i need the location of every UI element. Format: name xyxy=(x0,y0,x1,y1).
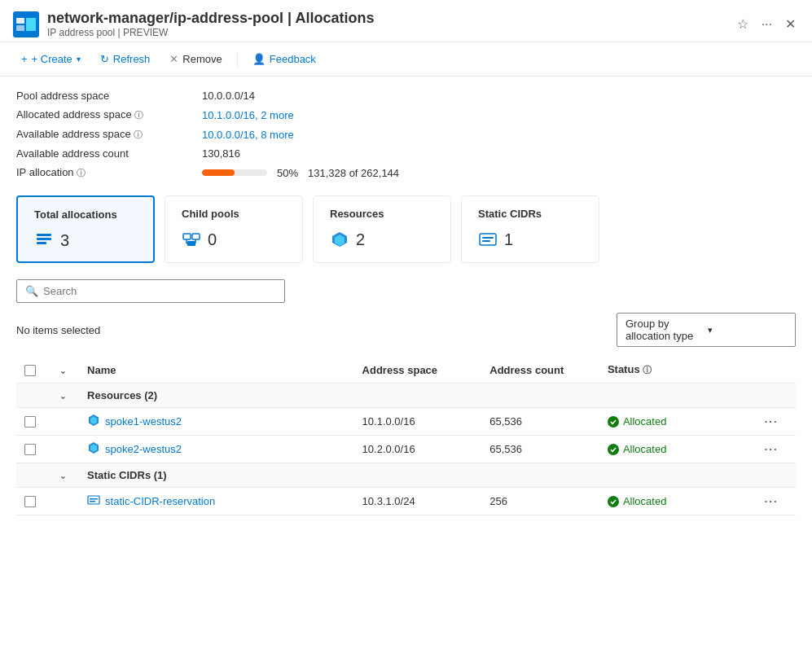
card-title-total: Total allocations xyxy=(34,208,137,221)
status-text: Allocated xyxy=(623,443,666,455)
th-address-space: Address space xyxy=(354,357,482,384)
app-icon xyxy=(13,11,39,37)
th-address-count: Address count xyxy=(481,357,599,384)
available-space-info-icon[interactable]: ⓘ xyxy=(134,129,143,139)
svg-point-23 xyxy=(608,445,618,454)
row-checkbox[interactable] xyxy=(24,496,36,507)
search-row: 🔍 xyxy=(16,279,796,303)
pool-address-space-label: Pool address space xyxy=(16,90,195,102)
filter-row: No items selected Group by allocation ty… xyxy=(16,313,796,347)
row-name-0-1: spoke2-westus2 xyxy=(79,436,353,463)
create-button[interactable]: + + Create ▾ xyxy=(13,49,89,69)
row-name-0-0: spoke1-westus2 xyxy=(79,408,353,436)
available-address-count-value: 130,816 xyxy=(202,147,240,160)
ip-allocation-progress: 50% 131,328 of 262,144 xyxy=(202,167,399,179)
group-expand[interactable]: ⌄ xyxy=(51,463,79,488)
toolbar: + + Create ▾ ↻ Refresh ✕ Remove 👤 Feedba… xyxy=(0,42,812,77)
ip-allocation-info-icon[interactable]: ⓘ xyxy=(77,168,86,178)
resource-link[interactable]: static-CIDR-reservation xyxy=(87,493,345,509)
header-checkbox[interactable] xyxy=(24,365,36,376)
row-checkbox[interactable] xyxy=(24,444,36,455)
page-subtitle: IP address pool | PREVIEW xyxy=(47,27,374,38)
th-check xyxy=(16,357,51,384)
sort-status: Status xyxy=(608,363,640,375)
card-icon-resources xyxy=(330,230,349,249)
feedback-button[interactable]: 👤 Feedback xyxy=(244,49,324,69)
group-chevron-icon: ⌄ xyxy=(59,471,66,480)
more-options-icon[interactable]: ··· xyxy=(758,14,775,35)
card-icon-total xyxy=(34,230,54,250)
row-address-count-0-1: 65,536 xyxy=(481,436,599,463)
resource-name[interactable]: spoke1-westus2 xyxy=(105,415,182,428)
available-address-space-row: Available address space ⓘ 10.0.0.0/16, 8… xyxy=(16,128,796,141)
sort-name[interactable]: Name xyxy=(87,364,345,376)
card-title-child: Child pools xyxy=(182,208,286,220)
row-expand-0-0 xyxy=(51,408,79,436)
row-checkbox[interactable] xyxy=(24,416,36,428)
resource-link[interactable]: spoke2-westus2 xyxy=(87,441,345,457)
status-badge: Allocated xyxy=(608,415,748,428)
card-content-resources: 2 xyxy=(330,230,434,249)
row-more-actions[interactable]: ··· xyxy=(765,415,779,428)
svg-rect-4 xyxy=(37,234,51,236)
svg-rect-2 xyxy=(16,25,24,31)
card-count-child: 0 xyxy=(208,230,217,249)
resource-icon xyxy=(87,414,100,429)
card-icon-child xyxy=(182,230,201,249)
status-badge: Allocated xyxy=(608,495,748,507)
resource-link[interactable]: spoke1-westus2 xyxy=(87,414,345,429)
group-expand[interactable]: ⌄ xyxy=(51,384,79,408)
available-address-count-row: Available address count 130,816 xyxy=(16,147,796,160)
search-icon: 🔍 xyxy=(25,285,38,297)
search-input[interactable] xyxy=(43,285,276,297)
status-badge: Allocated xyxy=(608,443,748,455)
row-more-actions[interactable]: ··· xyxy=(765,443,779,455)
search-box: 🔍 xyxy=(16,279,285,303)
resource-name[interactable]: static-CIDR-reservation xyxy=(105,495,215,507)
sort-address-count: Address count xyxy=(489,364,564,376)
table-row: spoke1-westus2 10.1.0.0/16 65,536 Alloca… xyxy=(16,408,796,436)
summary-cards: Total allocations 3 Child pools 0 Resour… xyxy=(16,195,796,263)
group-name-0: Resources (2) xyxy=(79,384,796,408)
card-total[interactable]: Total allocations 3 xyxy=(16,195,155,263)
row-address-space-1-0: 10.3.1.0/24 xyxy=(354,488,482,515)
allocated-info-icon[interactable]: ⓘ xyxy=(134,110,143,120)
card-child[interactable]: Child pools 0 xyxy=(165,195,303,263)
svg-rect-16 xyxy=(482,237,494,239)
row-address-space-0-0: 10.1.0.0/16 xyxy=(354,408,482,436)
row-more-actions[interactable]: ··· xyxy=(765,495,779,507)
available-address-space-label: Available address space ⓘ xyxy=(16,128,195,141)
table-row: spoke2-westus2 10.2.0.0/16 65,536 Alloca… xyxy=(16,436,796,463)
create-icon: + xyxy=(21,53,28,65)
refresh-button[interactable]: ↻ Refresh xyxy=(92,49,159,69)
status-info-icon[interactable]: ⓘ xyxy=(643,365,652,375)
table-body: ⌄ Resources (2) spoke1-westus2 10.1.0.0/… xyxy=(16,384,796,515)
card-title-static: Static CIDRs xyxy=(478,208,582,220)
th-actions xyxy=(757,357,796,384)
allocations-table: ⌄ Name Address space Address count Statu… xyxy=(16,357,796,515)
group-by-dropdown[interactable]: Group by allocation type ▾ xyxy=(617,313,796,347)
title-left: network-manager/ip-address-pool | Alloca… xyxy=(13,10,374,38)
info-section: Pool address space 10.0.0.0/14 Allocated… xyxy=(16,90,796,179)
favorite-icon[interactable]: ☆ xyxy=(734,13,752,35)
available-address-space-value[interactable]: 10.0.0.0/16, 8 more xyxy=(202,129,294,141)
row-address-space-0-1: 10.2.0.0/16 xyxy=(354,436,482,463)
th-name: Name xyxy=(79,357,353,384)
card-resources[interactable]: Resources 2 xyxy=(313,195,451,263)
row-status-1-0: Allocated xyxy=(599,488,757,515)
resource-name[interactable]: spoke2-westus2 xyxy=(105,443,182,455)
group-name-1: Static CIDRs (1) xyxy=(79,463,796,488)
remove-button[interactable]: ✕ Remove xyxy=(161,49,230,69)
svg-rect-3 xyxy=(26,18,36,31)
title-text: network-manager/ip-address-pool | Alloca… xyxy=(47,10,374,38)
close-icon[interactable]: ✕ xyxy=(782,13,799,35)
row-actions-0-1: ··· xyxy=(757,436,796,463)
th-expand: ⌄ xyxy=(51,357,79,384)
svg-rect-8 xyxy=(192,234,200,239)
row-check-0-0 xyxy=(16,408,51,436)
status-dot xyxy=(608,496,619,507)
card-static[interactable]: Static CIDRs 1 xyxy=(461,195,599,263)
svg-rect-1 xyxy=(16,18,24,24)
svg-point-27 xyxy=(608,497,618,506)
allocated-address-space-value[interactable]: 10.1.0.0/16, 2 more xyxy=(202,109,294,121)
